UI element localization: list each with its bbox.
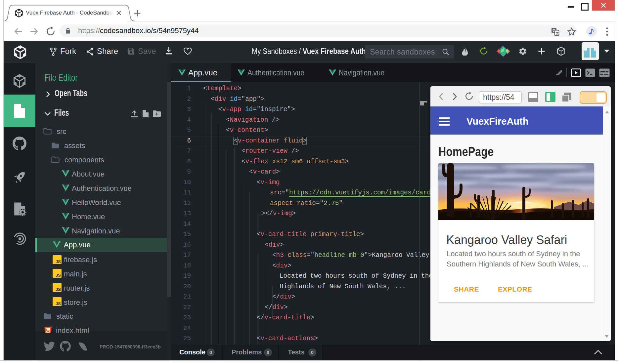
svg-text:文: 文 xyxy=(556,31,559,35)
